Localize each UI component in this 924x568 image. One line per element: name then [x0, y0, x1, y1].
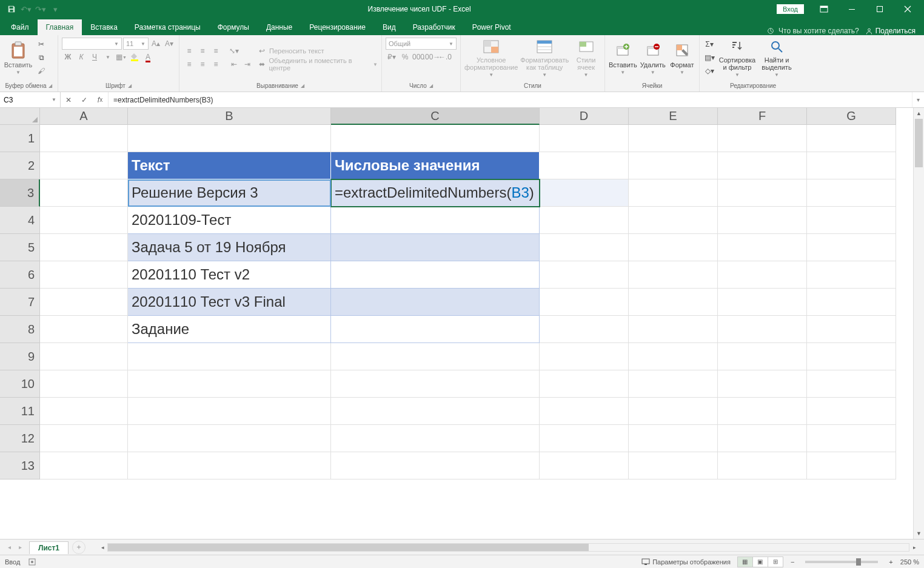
- clipboard-launcher-icon[interactable]: ◢: [49, 83, 52, 89]
- sheet-nav[interactable]: ◂▸: [0, 541, 29, 553]
- border-icon[interactable]: ▦▼: [115, 51, 127, 63]
- row-header-9[interactable]: 9: [0, 343, 40, 370]
- cell-G2[interactable]: [807, 152, 896, 179]
- cell-F10[interactable]: [718, 370, 807, 398]
- cell-C11[interactable]: [331, 398, 540, 425]
- cell-B8[interactable]: Задание: [128, 316, 331, 343]
- expand-formula-bar-icon[interactable]: ▾: [912, 92, 924, 107]
- tab-power-pivot[interactable]: Power Pivot: [464, 19, 520, 35]
- alignment-launcher-icon[interactable]: ◢: [301, 83, 304, 89]
- conditional-formatting-button[interactable]: Условное форматирование▼: [464, 38, 518, 78]
- bold-button[interactable]: Ж: [62, 51, 74, 63]
- column-header-F[interactable]: F: [718, 108, 807, 125]
- share-button[interactable]: Поделиться: [865, 27, 916, 35]
- row-header-13[interactable]: 13: [0, 452, 40, 479]
- cell-F12[interactable]: [718, 425, 807, 452]
- align-left-icon[interactable]: ≡: [183, 58, 195, 70]
- cell-C10[interactable]: [331, 370, 540, 398]
- select-all-cell[interactable]: [0, 108, 40, 125]
- column-header-B[interactable]: B: [128, 108, 331, 125]
- cell-A1[interactable]: [40, 125, 128, 152]
- insert-cells-button[interactable]: Вставить▼: [609, 38, 637, 78]
- sheet-tab[interactable]: Лист1: [29, 541, 69, 554]
- decrease-decimal-icon[interactable]: ←.0: [439, 51, 451, 63]
- formula-input[interactable]: =extractDelimitedNumbers(B3): [109, 92, 912, 107]
- row-header-4[interactable]: 4: [0, 207, 40, 234]
- cell-C8[interactable]: [331, 316, 540, 343]
- cell-F1[interactable]: [718, 125, 807, 152]
- confirm-edit-icon[interactable]: ✓: [76, 96, 92, 104]
- cell-F8[interactable]: [718, 316, 807, 343]
- cell-G13[interactable]: [807, 452, 896, 479]
- redo-icon[interactable]: ↷▾: [34, 2, 47, 16]
- cell-E2[interactable]: [629, 152, 718, 179]
- font-launcher-icon[interactable]: ◢: [128, 83, 132, 89]
- cell-A11[interactable]: [40, 398, 128, 425]
- row-header-3[interactable]: 3: [0, 179, 40, 207]
- cell-C4[interactable]: [331, 207, 540, 234]
- cell-D1[interactable]: [540, 125, 629, 152]
- cell-styles-button[interactable]: Стили ячеек▼: [571, 38, 601, 78]
- cell-A4[interactable]: [40, 207, 128, 234]
- cell-A8[interactable]: [40, 316, 128, 343]
- ribbon-display-options-icon[interactable]: [810, 0, 838, 18]
- cancel-edit-icon[interactable]: ✕: [61, 96, 76, 104]
- cell-A6[interactable]: [40, 261, 128, 289]
- increase-font-icon[interactable]: A▴: [150, 38, 162, 50]
- cell-E6[interactable]: [629, 261, 718, 289]
- cell-D13[interactable]: [540, 452, 629, 479]
- italic-button[interactable]: К: [75, 51, 87, 63]
- cell-B9[interactable]: [128, 343, 331, 370]
- cell-B10[interactable]: [128, 370, 331, 398]
- cell-F7[interactable]: [718, 289, 807, 316]
- delete-cells-button[interactable]: Удалить▼: [640, 38, 666, 78]
- undo-icon[interactable]: ↶▾: [19, 2, 33, 16]
- row-header-12[interactable]: 12: [0, 425, 40, 452]
- align-bottom-icon[interactable]: ≡: [210, 45, 222, 57]
- cell-G4[interactable]: [807, 207, 896, 234]
- cell-F4[interactable]: [718, 207, 807, 234]
- cell-E7[interactable]: [629, 289, 718, 316]
- cell-C13[interactable]: [331, 452, 540, 479]
- cell-B6[interactable]: 20201110 Тест v2: [128, 261, 331, 289]
- sort-filter-button[interactable]: Сортировка и фильтр▼: [718, 38, 757, 78]
- find-select-button[interactable]: Найти и выделить▼: [759, 38, 794, 78]
- decrease-font-icon[interactable]: A▾: [163, 38, 175, 50]
- cell-E11[interactable]: [629, 398, 718, 425]
- cell-B4[interactable]: 20201109-Тест: [128, 207, 331, 234]
- tab-вставка[interactable]: Вставка: [82, 19, 126, 35]
- cell-E10[interactable]: [629, 370, 718, 398]
- add-sheet-button[interactable]: ＋: [72, 541, 85, 554]
- format-cells-button[interactable]: Формат▼: [669, 38, 695, 78]
- cell-C7[interactable]: [331, 289, 540, 316]
- cell-D10[interactable]: [540, 370, 629, 398]
- number-launcher-icon[interactable]: ◢: [429, 83, 433, 89]
- page-break-view-button[interactable]: ⊞: [768, 556, 783, 567]
- number-format-combo[interactable]: Общий▼: [386, 38, 457, 50]
- cell-G6[interactable]: [807, 261, 896, 289]
- cell-G3[interactable]: [807, 179, 896, 207]
- tab-рецензирование[interactable]: Рецензирование: [301, 19, 374, 35]
- merge-center-button[interactable]: ⬌ Объединить и поместить в центре ▼: [256, 58, 378, 70]
- qat-customize-icon[interactable]: ▾: [49, 2, 62, 16]
- cell-G7[interactable]: [807, 289, 896, 316]
- clear-icon[interactable]: ◇▾: [703, 65, 715, 77]
- cell-B2[interactable]: Текст: [128, 152, 331, 179]
- cell-D9[interactable]: [540, 343, 629, 370]
- tab-разработчик[interactable]: Разработчик: [404, 19, 464, 35]
- zoom-in-button[interactable]: +: [889, 558, 892, 566]
- row-header-7[interactable]: 7: [0, 289, 40, 316]
- cell-A3[interactable]: [40, 179, 128, 207]
- vertical-scrollbar[interactable]: ▲ ▼: [913, 108, 924, 539]
- format-as-table-button[interactable]: Форматировать как таблицу▼: [520, 38, 569, 78]
- cell-A12[interactable]: [40, 425, 128, 452]
- decrease-indent-icon[interactable]: ⇤: [228, 58, 240, 70]
- cell-F5[interactable]: [718, 234, 807, 261]
- cell-B3[interactable]: Решение Версия 3: [128, 179, 331, 207]
- cell-B13[interactable]: [128, 452, 331, 479]
- cell-D11[interactable]: [540, 398, 629, 425]
- copy-icon[interactable]: ⧉: [35, 52, 47, 64]
- cell-F6[interactable]: [718, 261, 807, 289]
- sign-in-button[interactable]: Вход: [777, 4, 804, 14]
- cell-C5[interactable]: [331, 234, 540, 261]
